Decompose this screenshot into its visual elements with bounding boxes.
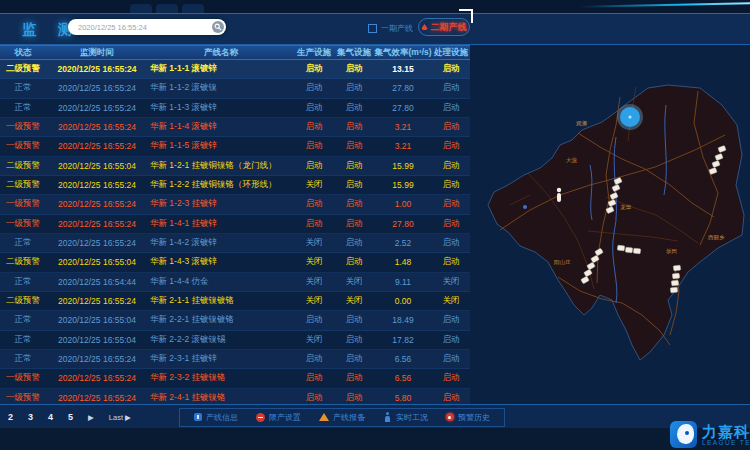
cell-status: 一级预警 <box>0 198 46 210</box>
cell-time: 2020/12/25 16:55:24 <box>46 83 148 93</box>
column-header: 生产设施 <box>294 47 334 59</box>
column-header: 产线名称 <box>148 47 294 59</box>
brand-subtitle: LEAGUE TECH <box>702 439 750 446</box>
site-marker[interactable] <box>617 245 625 251</box>
cell-status: 一级预警 <box>0 121 46 133</box>
cluster-marker[interactable] <box>617 104 643 130</box>
checkbox-icon[interactable] <box>368 24 377 33</box>
cell-status: 一级预警 <box>0 372 46 384</box>
brand-name: 力嘉科技 <box>702 424 750 439</box>
cell-time: 2020/12/25 16:55:24 <box>46 64 148 74</box>
map-place-label: 阳山庄 <box>554 259 571 266</box>
cell-name: 华新 1-1-3 滚镀锌 <box>148 102 294 114</box>
table-row[interactable]: 正常2020/12/25 16:54:44华新 1-4-4 仿金关闭关闭9.11… <box>0 273 470 292</box>
legend-label: 产线报备 <box>333 412 365 423</box>
cell-status: 正常 <box>0 237 46 249</box>
cell-prod: 关闭 <box>294 237 334 249</box>
table-row[interactable]: 正常2020/12/25 16:55:24华新 1-1-3 滚镀锌启动启动27.… <box>0 99 470 118</box>
table-row[interactable]: 一级预警2020/12/25 16:55:24华新 1-4-1 挂镀锌启动启动2… <box>0 215 470 234</box>
cell-eff: 6.56 <box>374 373 432 383</box>
header-bar: 监 测 一期产线 二期产线 <box>0 14 750 45</box>
legend-item[interactable]: 产线信息 <box>194 412 238 423</box>
cell-eff: 0.00 <box>374 296 432 306</box>
cell-name: 华新 1-1-4 滚镀锌 <box>148 121 294 133</box>
cell-treat: 启动 <box>432 372 470 384</box>
table-row[interactable]: 二级预警2020/12/25 16:55:04华新 1-4-3 滚镀锌关闭启动1… <box>0 253 470 272</box>
site-marker[interactable] <box>625 247 633 253</box>
table-row[interactable]: 二级预警2020/12/25 16:55:04华新 1-2-1 挂镀铜镍铬（龙门… <box>0 157 470 176</box>
legend-label: 产线信息 <box>206 412 238 423</box>
cell-status: 二级预警 <box>0 295 46 307</box>
cell-name: 华新 1-2-1 挂镀铜镍铬（龙门线） <box>148 160 294 172</box>
cell-gas: 启动 <box>334 121 374 133</box>
table-row[interactable]: 正常2020/12/25 16:55:04华新 2-2-2 滚镀镍锡关闭启动17… <box>0 331 470 350</box>
map-place-label: 西丽乡 <box>708 234 725 241</box>
cell-eff: 2.52 <box>374 238 432 248</box>
cell-eff: 6.56 <box>374 354 432 364</box>
person-marker[interactable] <box>557 188 561 202</box>
cell-gas: 启动 <box>334 218 374 230</box>
page-button[interactable]: 2 <box>8 412 13 422</box>
cell-gas: 启动 <box>334 256 374 268</box>
site-marker[interactable] <box>673 265 681 271</box>
table-row[interactable]: 正常2020/12/25 16:55:24华新 1-1-2 滚镀镍启动启动27.… <box>0 79 470 98</box>
cell-eff: 15.99 <box>374 180 432 190</box>
monitoring-dashboard: 监 测 一期产线 二期产线 状态监测时间产线名称生产设施集气设施集气效率(m³/… <box>0 0 750 450</box>
site-marker[interactable] <box>670 287 678 293</box>
page-button[interactable]: 3 <box>28 412 33 422</box>
cell-time: 2020/12/25 16:55:24 <box>46 103 148 113</box>
cell-time: 2020/12/25 16:55:24 <box>46 296 148 306</box>
table-row[interactable]: 正常2020/12/25 16:55:24华新 2-3-1 挂镀锌启动启动6.5… <box>0 350 470 369</box>
cell-status: 正常 <box>0 314 46 326</box>
cell-time: 2020/12/25 16:55:24 <box>46 219 148 229</box>
legend-item[interactable]: 实时工况 <box>383 412 428 423</box>
cell-prod: 启动 <box>294 198 334 210</box>
page-button[interactable]: 5 <box>68 412 73 422</box>
cell-prod: 关闭 <box>294 179 334 191</box>
legend-item[interactable]: 产线报备 <box>319 412 365 423</box>
phase1-checkbox[interactable]: 一期产线 <box>368 23 413 34</box>
table-row[interactable]: 二级预警2020/12/25 16:55:24华新 1-1-1 滚镀锌启动启动1… <box>0 60 470 79</box>
search-box[interactable] <box>68 19 226 35</box>
table-row[interactable]: 一级预警2020/12/25 16:55:24华新 2-3-2 挂镀镍铬启动启动… <box>0 369 470 388</box>
table-row[interactable]: 二级预警2020/12/25 16:55:24华新 1-2-2 挂镀铜镍铬（环形… <box>0 176 470 195</box>
cell-prod: 启动 <box>294 121 334 133</box>
table-row[interactable]: 二级预警2020/12/25 16:55:24华新 2-1-1 挂镀镍镀铬关闭关… <box>0 292 470 311</box>
site-marker[interactable] <box>671 280 679 286</box>
brand-logo-icon <box>670 421 697 448</box>
table-row[interactable]: 一级预警2020/12/25 16:55:24华新 1-2-3 挂镀锌启动启动1… <box>0 195 470 214</box>
district-map[interactable]: 观澜大浪龙华坂田西丽乡阳山庄 <box>470 45 750 404</box>
cell-treat: 关闭 <box>432 295 470 307</box>
alarm-history-icon <box>446 413 454 421</box>
cell-time: 2020/12/25 16:55:24 <box>46 373 148 383</box>
cell-time: 2020/12/25 16:55:24 <box>46 354 148 364</box>
cell-name: 华新 2-1-1 挂镀镍镀铬 <box>148 295 294 307</box>
legend-item[interactable]: 预警历史 <box>446 412 490 423</box>
last-page-button[interactable]: Last ▶ <box>109 413 131 422</box>
cell-gas: 启动 <box>334 63 374 75</box>
legend-item[interactable]: 限产设置 <box>256 412 301 423</box>
site-marker[interactable] <box>633 248 641 254</box>
search-input[interactable] <box>68 23 212 32</box>
cell-status: 二级预警 <box>0 256 46 268</box>
cell-treat: 启动 <box>432 198 470 210</box>
next-page-button[interactable]: ▶ <box>88 413 94 422</box>
cell-name: 华新 2-2-2 滚镀镍锡 <box>148 334 294 346</box>
cell-time: 2020/12/25 16:55:24 <box>46 199 148 209</box>
table-body: 二级预警2020/12/25 16:55:24华新 1-1-1 滚镀锌启动启动1… <box>0 60 470 408</box>
search-icon[interactable] <box>212 21 224 33</box>
cell-status: 二级预警 <box>0 179 46 191</box>
table-row[interactable]: 一级预警2020/12/25 16:55:24华新 1-1-4 滚镀锌启动启动3… <box>0 118 470 137</box>
cell-gas: 启动 <box>334 102 374 114</box>
table-row[interactable]: 正常2020/12/25 16:55:24华新 1-4-2 滚镀锌关闭启动2.5… <box>0 234 470 253</box>
cell-gas: 关闭 <box>334 276 374 288</box>
cell-status: 正常 <box>0 82 46 94</box>
map-panel[interactable]: 观澜大浪龙华坂田西丽乡阳山庄 <box>470 45 750 404</box>
site-marker[interactable] <box>672 273 680 279</box>
page-button[interactable]: 4 <box>48 412 53 422</box>
table-row[interactable]: 正常2020/12/25 16:55:04华新 2-2-1 挂镀镍镀铬启动启动1… <box>0 311 470 330</box>
cell-time: 2020/12/25 16:55:04 <box>46 161 148 171</box>
phase2-alert-icon <box>422 24 428 30</box>
cell-prod: 关闭 <box>294 295 334 307</box>
table-row[interactable]: 一级预警2020/12/25 16:55:24华新 1-1-5 滚镀锌启动启动3… <box>0 137 470 156</box>
